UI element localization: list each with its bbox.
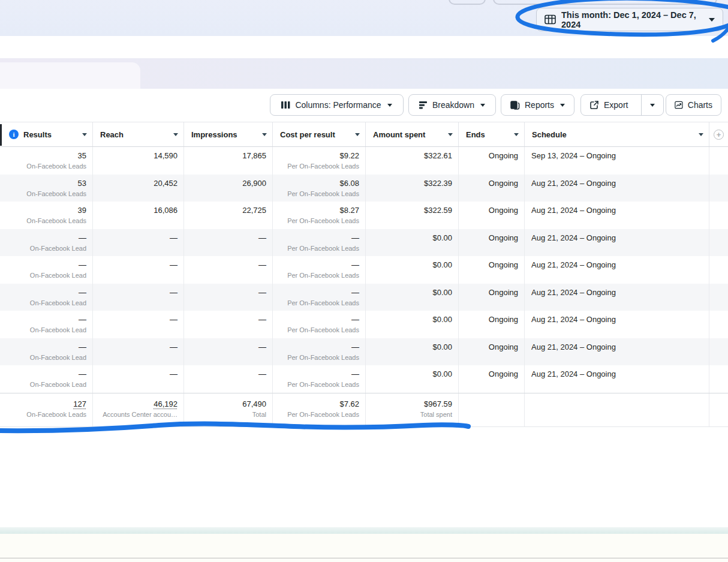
add-column-icon[interactable]: + [714,130,724,140]
reach-total-value[interactable]: 46,192 [154,399,178,409]
ends-total-cell [459,393,525,426]
cost-per-result-cell: $6.08Per On-Facebook Leads [273,175,366,202]
impressions-cell: 26,900 [184,175,273,202]
breakdown-button[interactable]: Breakdown [408,94,496,116]
results-cell: —On-Facebook Lead [0,229,93,257]
empty-cell [709,175,728,202]
table-row: —On-Facebook Lead — — —Per On-Facebook L… [0,311,728,338]
add-column-button[interactable]: + [709,122,728,146]
schedule-cell: Aug 21, 2024 – Ongoing [525,365,709,393]
table-row: 53On-Facebook Leads 20,452 26,900 $6.08P… [0,175,728,202]
column-header-results[interactable]: i Results [0,122,93,146]
results-cell: —On-Facebook Lead [0,256,93,284]
sort-caret-icon[interactable] [448,133,453,136]
empty-cell [709,365,728,393]
empty-cell [709,311,728,338]
reports-button[interactable]: Reports [501,94,574,116]
schedule-cell: Aug 21, 2024 – Ongoing [525,284,709,311]
results-total-value[interactable]: 127 [73,399,86,409]
impressions-cell: 22,725 [184,202,273,229]
impressions-cell: — [184,256,273,284]
column-header-reach[interactable]: Reach [93,122,184,146]
cost-per-result-cell: —Per On-Facebook Leads [273,284,366,311]
column-header-impressions[interactable]: Impressions [184,122,273,146]
chevron-down-icon [650,104,655,107]
ends-cell: Ongoing [459,311,525,338]
reach-total-cell: 46,192Accounts Center accou… [93,393,184,426]
schedule-cell: Aug 21, 2024 – Ongoing [525,229,709,257]
ends-cell: Ongoing [459,175,525,202]
sort-caret-icon[interactable] [699,133,703,136]
partial-top-control[interactable] [449,0,486,5]
table-row: —On-Facebook Lead — — —Per On-Facebook L… [0,338,728,366]
impressions-cell: — [184,338,273,366]
breakdown-button-label: Breakdown [432,100,474,110]
empty-cell [709,229,728,257]
impressions-cell: 17,865 [184,147,273,175]
totals-row: 127On-Facebook Leads 46,192Accounts Cent… [0,393,728,427]
cost-per-result-cell: —Per On-Facebook Leads [273,229,366,257]
columns-button-label: Columns: Performance [295,100,381,110]
chevron-down-icon [480,104,485,107]
columns-button[interactable]: Columns: Performance [270,94,404,116]
reach-cell: 16,086 [93,202,184,229]
amount-spent-cell: $322.39 [366,175,459,202]
column-header-ends[interactable]: Ends [459,122,525,146]
results-table: i Results Reach Impressions Cost per res… [0,122,728,427]
results-cell: 53On-Facebook Leads [0,175,93,202]
column-header-cost-per-result[interactable]: Cost per result [273,122,366,146]
reports-icon [510,101,520,110]
empty-cell [709,338,728,366]
amount-spent-cell: $322.61 [366,147,459,175]
empty-cell [709,393,728,426]
sort-caret-icon[interactable] [355,133,360,136]
empty-cell [709,147,728,175]
cost-per-result-cell: —Per On-Facebook Leads [273,365,366,393]
cost-per-result-cell: $8.27Per On-Facebook Leads [273,202,366,229]
export-split-button: Export [580,94,664,116]
impressions-cell: — [184,311,273,338]
active-tab-sheet[interactable] [0,62,140,89]
ends-cell: Ongoing [459,338,525,366]
breakdown-icon [419,101,428,109]
date-range-selector[interactable]: This month: Dec 1, 2024 – Dec 7, 2024 [536,8,723,31]
results-cell: —On-Facebook Lead [0,365,93,393]
sort-caret-icon[interactable] [262,133,267,136]
schedule-cell: Aug 21, 2024 – Ongoing [525,256,709,284]
reach-cell: 20,452 [93,175,184,202]
table-row: 39On-Facebook Leads 16,086 22,725 $8.27P… [0,202,728,229]
impressions-cell: — [184,229,273,257]
ends-cell: Ongoing [459,256,525,284]
schedule-total-cell [525,393,709,426]
sort-caret-icon[interactable] [173,133,178,136]
export-button-label: Export [604,100,628,110]
schedule-cell: Aug 21, 2024 – Ongoing [525,338,709,366]
export-button[interactable]: Export [581,95,636,115]
schedule-cell: Aug 21, 2024 – Ongoing [525,202,709,229]
reach-cell: — [93,311,184,338]
columns-icon [281,101,290,109]
sort-caret-icon[interactable] [514,133,519,136]
cost-total-cell: $7.62Per On-Facebook Leads [273,393,366,426]
chevron-down-icon [560,104,565,107]
column-header-schedule[interactable]: Schedule [525,122,709,146]
table-row: 35On-Facebook Leads 14,590 17,865 $9.22P… [0,147,728,175]
sort-caret-icon[interactable] [82,133,87,136]
info-icon[interactable]: i [9,130,19,139]
amount-spent-cell: $0.00 [366,256,459,284]
table-header-row: i Results Reach Impressions Cost per res… [0,122,728,147]
table-row: —On-Facebook Lead — — —Per On-Facebook L… [0,284,728,311]
charts-icon [675,100,683,110]
tab-strip [0,58,728,89]
export-icon [589,100,599,110]
column-header-amount-spent[interactable]: Amount spent [366,122,459,146]
empty-cell [709,284,728,311]
amount-spent-cell: $0.00 [366,365,459,393]
charts-button[interactable]: Charts [666,94,721,116]
results-cell: —On-Facebook Lead [0,311,93,338]
top-bar: This month: Dec 1, 2024 – Dec 7, 2024 [0,0,728,36]
ends-cell: Ongoing [459,284,525,311]
export-options-button[interactable] [641,95,663,115]
empty-cell [709,202,728,229]
partial-top-search[interactable] [493,0,717,5]
